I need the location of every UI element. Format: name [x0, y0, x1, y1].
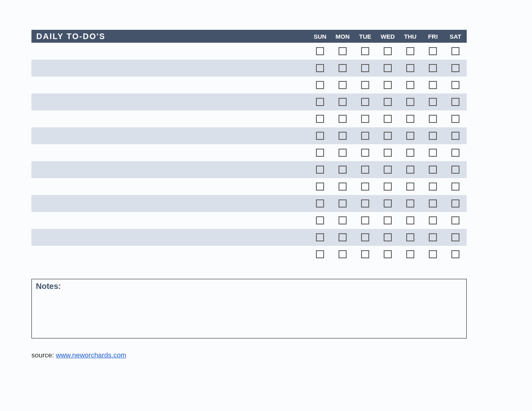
checkbox-icon[interactable]: [339, 183, 347, 191]
checkbox-icon[interactable]: [361, 47, 369, 55]
task-cell[interactable]: [31, 43, 309, 60]
checkbox-icon[interactable]: [316, 166, 324, 174]
checkbox-icon[interactable]: [316, 115, 324, 123]
checkbox-icon[interactable]: [384, 149, 392, 157]
checkbox-icon[interactable]: [451, 199, 459, 208]
checkbox-icon[interactable]: [406, 149, 414, 157]
checkbox-icon[interactable]: [451, 183, 459, 191]
checkbox-icon[interactable]: [384, 166, 392, 174]
checkbox-icon[interactable]: [451, 47, 459, 55]
task-cell[interactable]: [31, 127, 309, 144]
checkbox-icon[interactable]: [429, 216, 437, 224]
checkbox-icon[interactable]: [384, 233, 392, 241]
checkbox-icon[interactable]: [384, 115, 392, 123]
checkbox-icon[interactable]: [339, 47, 347, 55]
task-cell[interactable]: [31, 246, 309, 263]
checkbox-icon[interactable]: [429, 183, 437, 191]
checkbox-icon[interactable]: [451, 98, 459, 106]
checkbox-icon[interactable]: [361, 132, 369, 140]
checkbox-icon[interactable]: [316, 183, 324, 191]
checkbox-icon[interactable]: [406, 166, 414, 174]
task-cell[interactable]: [31, 178, 309, 195]
checkbox-icon[interactable]: [339, 199, 347, 208]
checkbox-icon[interactable]: [429, 98, 437, 106]
task-cell[interactable]: [31, 93, 309, 110]
checkbox-icon[interactable]: [384, 183, 392, 191]
checkbox-icon[interactable]: [429, 81, 437, 89]
checkbox-icon[interactable]: [429, 64, 437, 72]
checkbox-icon[interactable]: [406, 250, 414, 258]
checkbox-icon[interactable]: [406, 183, 414, 191]
checkbox-icon[interactable]: [361, 216, 369, 224]
checkbox-icon[interactable]: [316, 250, 324, 258]
checkbox-icon[interactable]: [384, 98, 392, 106]
checkbox-icon[interactable]: [384, 81, 392, 89]
checkbox-icon[interactable]: [429, 250, 437, 258]
checkbox-icon[interactable]: [316, 149, 324, 157]
checkbox-icon[interactable]: [406, 115, 414, 123]
checkbox-icon[interactable]: [451, 132, 459, 140]
checkbox-icon[interactable]: [361, 199, 369, 208]
checkbox-icon[interactable]: [429, 233, 437, 241]
checkbox-icon[interactable]: [361, 183, 369, 191]
checkbox-icon[interactable]: [384, 132, 392, 140]
checkbox-icon[interactable]: [339, 115, 347, 123]
checkbox-icon[interactable]: [451, 149, 459, 157]
checkbox-icon[interactable]: [406, 64, 414, 72]
checkbox-icon[interactable]: [384, 199, 392, 208]
task-cell[interactable]: [31, 60, 309, 77]
checkbox-icon[interactable]: [429, 166, 437, 174]
checkbox-icon[interactable]: [316, 132, 324, 140]
checkbox-icon[interactable]: [339, 233, 347, 241]
checkbox-icon[interactable]: [406, 199, 414, 208]
checkbox-icon[interactable]: [339, 216, 347, 224]
checkbox-icon[interactable]: [429, 149, 437, 157]
checkbox-icon[interactable]: [406, 98, 414, 106]
checkbox-icon[interactable]: [316, 216, 324, 224]
task-cell[interactable]: [31, 110, 309, 127]
source-link[interactable]: www.neworchards.com: [56, 351, 126, 359]
checkbox-icon[interactable]: [429, 47, 437, 55]
checkbox-icon[interactable]: [339, 250, 347, 258]
task-cell[interactable]: [31, 195, 309, 212]
checkbox-icon[interactable]: [451, 250, 459, 258]
checkbox-icon[interactable]: [339, 166, 347, 174]
checkbox-icon[interactable]: [429, 199, 437, 208]
checkbox-icon[interactable]: [361, 98, 369, 106]
checkbox-icon[interactable]: [406, 216, 414, 224]
checkbox-icon[interactable]: [429, 115, 437, 123]
notes-box[interactable]: Notes:: [31, 279, 467, 338]
checkbox-icon[interactable]: [339, 132, 347, 140]
checkbox-icon[interactable]: [316, 98, 324, 106]
checkbox-icon[interactable]: [451, 166, 459, 174]
checkbox-icon[interactable]: [339, 149, 347, 157]
checkbox-icon[interactable]: [406, 132, 414, 140]
checkbox-icon[interactable]: [361, 166, 369, 174]
checkbox-icon[interactable]: [339, 81, 347, 89]
checkbox-icon[interactable]: [406, 81, 414, 89]
checkbox-icon[interactable]: [339, 64, 347, 72]
checkbox-icon[interactable]: [451, 81, 459, 89]
checkbox-icon[interactable]: [406, 233, 414, 241]
checkbox-icon[interactable]: [451, 115, 459, 123]
task-cell[interactable]: [31, 212, 309, 229]
checkbox-icon[interactable]: [316, 81, 324, 89]
checkbox-icon[interactable]: [361, 81, 369, 89]
checkbox-icon[interactable]: [361, 149, 369, 157]
checkbox-icon[interactable]: [384, 250, 392, 258]
checkbox-icon[interactable]: [316, 199, 324, 208]
checkbox-icon[interactable]: [451, 216, 459, 224]
checkbox-icon[interactable]: [316, 47, 324, 55]
checkbox-icon[interactable]: [361, 233, 369, 241]
checkbox-icon[interactable]: [316, 64, 324, 72]
checkbox-icon[interactable]: [384, 64, 392, 72]
checkbox-icon[interactable]: [406, 47, 414, 55]
checkbox-icon[interactable]: [361, 250, 369, 258]
checkbox-icon[interactable]: [429, 132, 437, 140]
checkbox-icon[interactable]: [361, 115, 369, 123]
checkbox-icon[interactable]: [339, 98, 347, 106]
task-cell[interactable]: [31, 144, 309, 161]
checkbox-icon[interactable]: [361, 64, 369, 72]
checkbox-icon[interactable]: [384, 216, 392, 224]
checkbox-icon[interactable]: [316, 233, 324, 241]
